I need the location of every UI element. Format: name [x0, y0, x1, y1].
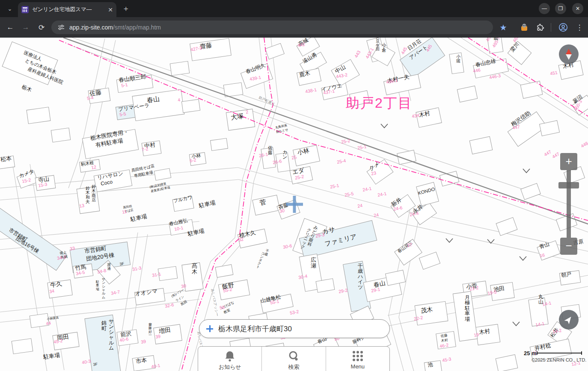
map-building — [211, 138, 228, 150]
map-label: カン — [282, 150, 287, 159]
map-building — [469, 136, 493, 154]
map-building — [400, 38, 445, 78]
map-building — [496, 355, 518, 371]
map-label: 448 — [580, 141, 588, 149]
map-label: 40-1 — [151, 362, 160, 369]
map-label: 34-2 — [56, 254, 66, 260]
map-label: 447 — [551, 151, 560, 159]
map-label: 月極駐車場 — [465, 294, 470, 322]
map-label: 11 — [122, 209, 127, 215]
map-label: 53-2 — [289, 309, 299, 315]
map-label: 3F — [119, 262, 125, 266]
map-label: 鈴木和夫 — [85, 186, 90, 204]
forward-icon[interactable]: → — [21, 22, 31, 32]
tab-title: ゼンリン住宅地図スマ― — [32, 6, 105, 13]
map-building — [496, 218, 517, 236]
map-label: 駐車場 — [130, 213, 148, 223]
nav-label: お知らせ — [219, 363, 241, 371]
map-label: 24 — [373, 212, 379, 218]
zoom-out-button[interactable]: − — [560, 238, 577, 255]
map-label: 30 — [181, 283, 187, 289]
nav-label: 検索 — [288, 363, 299, 371]
map-label: 25-4 — [336, 158, 346, 164]
chevron-mark — [381, 124, 388, 128]
map-label: 31-3 — [132, 265, 142, 271]
compass-control[interactable] — [559, 44, 579, 64]
compass-south-needle — [566, 54, 572, 63]
map-building — [51, 128, 70, 142]
extension-monkey-icon[interactable] — [519, 22, 529, 32]
map-label: 島田 — [180, 300, 188, 306]
plus-icon — [206, 325, 213, 332]
new-tab-button[interactable]: ＋ — [121, 3, 131, 14]
profile-avatar[interactable] — [558, 22, 568, 32]
scale-bar — [537, 351, 582, 355]
map-label: 髙木 — [192, 262, 197, 275]
avatar-glyph — [558, 23, 568, 32]
bookmark-star-icon[interactable]: ★ — [498, 22, 508, 32]
tab-close-icon[interactable]: ✕ — [108, 6, 113, 13]
map-label: 広瀬 — [311, 256, 316, 269]
my-location-button[interactable] — [559, 310, 579, 330]
zoom-slider-track[interactable] — [567, 170, 571, 238]
map-label: 14-1 — [542, 300, 552, 306]
map-label: 鈴木商店 — [91, 184, 96, 202]
navigation-arrow-icon — [564, 315, 574, 325]
map-label: 栃木 — [21, 84, 33, 93]
window-maximize-button[interactable]: ❐ — [555, 3, 566, 14]
chevron-mark — [513, 322, 520, 326]
map-label: コンタクト — [256, 251, 265, 269]
zoom-slider-handle[interactable] — [558, 182, 579, 188]
browser-tab[interactable]: ゼンリン住宅地図スマ― ✕ — [18, 2, 116, 17]
bottom-nav: お知らせ 検索 Menu — [198, 346, 390, 371]
map-label: サンシャルム — [102, 277, 106, 299]
map-building — [215, 265, 233, 277]
map-label: 32-6 — [164, 302, 174, 308]
map-building — [27, 107, 50, 124]
map-label: 24 — [357, 203, 363, 209]
tab-strip: ⌄ ゼンリン住宅地図スマ― ✕ ＋ — ❐ ✕ — [0, 0, 588, 17]
map-building — [265, 43, 285, 59]
map-label: 千歳ハイツ — [357, 263, 363, 290]
nav-item-notifications[interactable]: お知らせ — [198, 347, 261, 371]
back-icon[interactable]: ← — [5, 22, 15, 32]
map-label: 23 — [371, 170, 377, 176]
map-label: 助戸2丁目 — [346, 95, 413, 111]
map-label: 30 — [279, 208, 285, 214]
map-label: 40-3 — [81, 358, 91, 365]
extensions-puzzle-icon[interactable] — [535, 22, 545, 32]
chevron-mark — [446, 238, 453, 242]
map-label: 13 — [79, 203, 85, 209]
tab-search-button[interactable]: ⌄ — [4, 3, 15, 14]
map-label: 25-1 — [330, 183, 339, 189]
map-label: 助戸町通り — [258, 95, 276, 106]
window-close-button[interactable]: ✕ — [572, 3, 583, 14]
copyright-text: ©2025 ZENRIN CO., LTD. — [532, 357, 586, 362]
zoom-in-button[interactable]: + — [560, 153, 577, 170]
map-building — [223, 82, 243, 97]
nav-item-search[interactable]: 検索 — [261, 347, 325, 371]
search-input-value: 栃木県足利市千歳町30 — [218, 324, 292, 334]
map-label: サンシャルム — [109, 318, 114, 351]
map-label: 小堀 — [456, 54, 461, 63]
map-label: 33 — [69, 245, 75, 251]
chevron-mark — [520, 256, 526, 260]
map-label: 24-1 — [377, 191, 387, 197]
map-label: 駐車場 — [95, 280, 99, 291]
map-building — [158, 266, 177, 281]
browser-menu-icon[interactable]: ⋮ — [574, 22, 585, 32]
search-bar[interactable]: 栃木県足利市千歳町30 — [199, 319, 390, 338]
map-container: 医療法人とちの木会栃木産科産婦人科医院栃木佐藤春山順三郎プリマベーラ齋藤春山明久… — [0, 38, 588, 371]
address-bar[interactable]: app.zip-site.com/smt/app/map.htm — [51, 21, 493, 34]
window-minimize-button[interactable]: — — [539, 3, 550, 14]
reload-icon[interactable]: ⟳ — [36, 22, 47, 32]
map-label: 27 — [407, 242, 413, 248]
map-label: 齋藤好一 — [148, 323, 152, 337]
bell-icon — [223, 350, 236, 362]
map-label: 39 — [155, 333, 161, 339]
map-building — [457, 86, 477, 102]
monkey-glyph — [520, 23, 529, 32]
chevron-mark — [523, 169, 530, 173]
nav-item-menu[interactable]: Menu — [326, 347, 389, 371]
map-label: 24-1 — [362, 186, 372, 192]
